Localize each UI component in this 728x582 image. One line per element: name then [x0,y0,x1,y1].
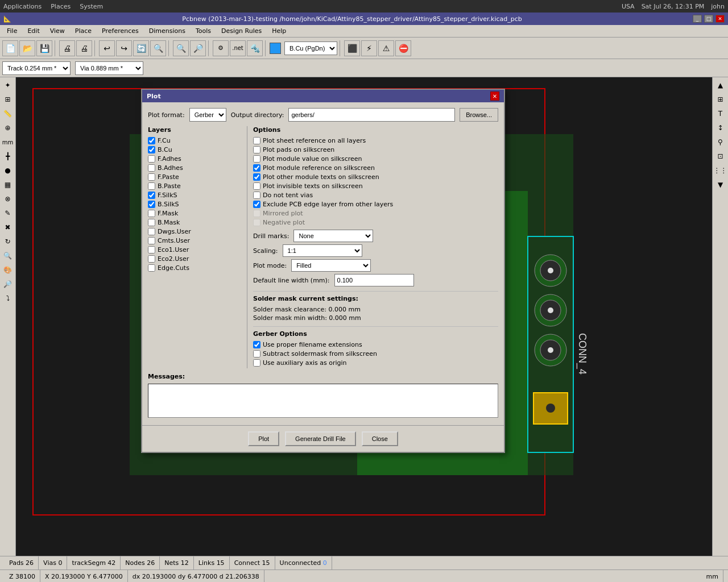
print-button[interactable]: 🖨 [76,40,92,56]
undo-button[interactable]: ↩ [99,40,115,56]
push-tool[interactable]: ⤵ [1,292,15,305]
gerber-checkbox-2[interactable] [253,359,260,367]
plot-button[interactable]: Plot [248,431,279,446]
menu-dimensions[interactable]: Dimensions [144,26,190,36]
new-button[interactable]: 📄 [2,40,18,56]
rt-tool-2[interactable]: T [714,107,727,120]
menu-help[interactable]: Help [267,26,291,36]
save-button[interactable]: 💾 [36,40,52,56]
option-checkbox-0[interactable] [253,137,260,144]
track-width-selector[interactable]: Track 0.254 mm * [2,61,71,75]
rt-tool-1[interactable]: ⊞ [714,93,727,106]
option-checkbox-1[interactable] [253,146,260,153]
option-checkbox-6[interactable] [253,192,260,199]
dialog-close-button[interactable]: ✕ [490,92,499,101]
minimize-button[interactable]: _ [693,15,702,23]
measure-tool[interactable]: 📏 [1,107,15,120]
layer-checkbox-bpaste[interactable] [148,182,155,190]
ratsnest-button[interactable]: ⚡ [361,40,377,56]
gerber-checkbox-1[interactable] [253,350,260,357]
menu-design-rules[interactable]: Design Rules [217,26,266,36]
scroll-up[interactable]: ▲ [714,78,727,92]
line-width-input[interactable] [334,274,414,286]
zoom-out-button[interactable]: 🔎 [190,40,206,56]
search-button[interactable]: 🔍 [150,40,166,56]
menu-preferences[interactable]: Preferences [97,26,143,36]
color-tool[interactable]: 🎨 [1,263,15,277]
close-dialog-button[interactable]: Close [362,431,398,446]
drc2-button[interactable]: ⚠ [378,40,394,56]
layer-checkbox-fmask[interactable] [148,210,155,217]
component-button[interactable]: 🔩 [247,40,263,56]
output-dir-input[interactable] [288,108,455,122]
layer-selector[interactable]: B.Cu (PgDn) [284,41,337,55]
option-checkbox-4[interactable] [253,173,260,181]
drc-button[interactable]: ⚙ [213,40,229,56]
pad-tool[interactable]: ● [1,164,15,177]
option-checkbox-3[interactable] [253,164,260,172]
via-tool[interactable]: ⊗ [1,192,15,206]
grid-tool[interactable]: ⊞ [1,93,15,106]
layer-label-dwgsuser: Dwgs.User [158,228,191,235]
option-checkbox-7[interactable] [253,201,260,208]
rt-tool-5[interactable]: ⊡ [714,149,727,163]
keepout-button[interactable]: ⛔ [395,40,411,56]
layer-checkbox-eco2user[interactable] [148,255,155,263]
messages-area[interactable] [148,384,498,418]
redo-button[interactable]: ↪ [116,40,132,56]
layer-checkbox-bcu[interactable] [148,146,155,153]
plot-mode-select[interactable]: Filled [291,259,371,272]
search2-tool[interactable]: 🔎 [1,277,15,291]
origin-tool[interactable]: ⊕ [1,121,15,135]
zoom-in-button[interactable]: 🔍 [173,40,189,56]
menu-edit[interactable]: Edit [23,26,44,36]
layer-checkbox-cmtsuser[interactable] [148,237,155,244]
layer-checkbox-dwgsuser[interactable] [148,228,155,235]
plot-format-select[interactable]: Gerber [189,108,226,122]
rt-tool-3[interactable]: ↕ [714,121,727,135]
net-button[interactable]: .net [230,40,246,56]
rotate-tool[interactable]: ↻ [1,235,15,248]
scaling-select[interactable]: 1:1 [283,244,362,257]
inspect-tool[interactable]: 🔍 [1,249,15,263]
rt-tool-6[interactable]: ⋮⋮ [714,164,727,177]
menu-file[interactable]: File [2,26,22,36]
print-setup-button[interactable]: 🖨 [59,40,75,56]
menu-view[interactable]: View [46,26,69,36]
open-button[interactable]: 📂 [19,40,35,56]
generate-drill-button[interactable]: Generate Drill File [285,431,356,446]
add-track-tool[interactable]: ╋ [1,149,15,163]
layer-checkbox-badhes[interactable] [148,164,155,172]
gerber-checkbox-0[interactable] [253,341,260,348]
layer-checkbox-edgecuts[interactable] [148,264,155,272]
zone-tool[interactable]: ▦ [1,178,15,192]
browse-button[interactable]: Browse... [460,108,498,122]
menu-tools[interactable]: Tools [191,26,216,36]
menu-place[interactable]: Place [71,26,96,36]
option-checkbox-2[interactable] [253,155,260,163]
scroll-down[interactable]: ▼ [714,178,727,192]
drill-marks-select[interactable]: None [293,230,373,242]
system-menu[interactable]: System [80,3,103,10]
ruler-tool[interactable]: mm [1,135,15,149]
edit-tool[interactable]: ✎ [1,206,15,220]
layer-checkbox-eco1user[interactable] [148,246,155,253]
layer-checkbox-fsilks[interactable] [148,192,155,199]
layer-checkbox-fcu[interactable] [148,137,155,144]
delete-tool[interactable]: ✖ [1,221,15,234]
applications-menu[interactable]: Applications [3,3,42,10]
rt-tool-4[interactable]: ⚲ [714,135,727,149]
places-menu[interactable]: Places [51,3,71,10]
layer-checkbox-bmask[interactable] [148,219,155,226]
maximize-button[interactable]: □ [704,15,713,23]
via-size-selector[interactable]: Via 0.889 mm * [75,61,143,75]
highlight-tool[interactable]: ✦ [1,78,15,92]
option-checkbox-5[interactable] [253,182,260,190]
layer-checkbox-bsilks[interactable] [148,201,155,208]
layer-checkbox-fadhes[interactable] [148,155,155,163]
pcb-canvas[interactable]: CONN_4 PN2222A Plot ✕ Plot format: Gerbe… [16,77,712,556]
pad-button[interactable]: ⬛ [344,40,360,56]
refresh-button[interactable]: 🔄 [133,40,149,56]
close-button[interactable]: ✕ [715,15,725,23]
layer-checkbox-fpaste[interactable] [148,173,155,181]
